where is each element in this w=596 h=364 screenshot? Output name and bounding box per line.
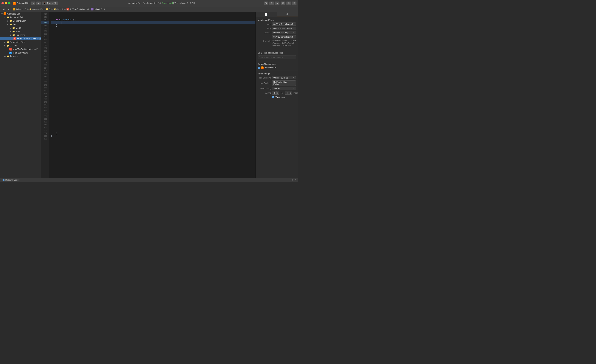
code-line-229 (51, 52, 255, 55)
code-review-btn[interactable]: { } (264, 1, 268, 5)
target-section-title: Target Membership (258, 63, 296, 65)
line-241: 241 (41, 87, 49, 89)
bc-func[interactable]: M animate() (91, 8, 102, 10)
sidebar-item-view[interactable]: ▶ 📁 View (0, 30, 41, 33)
type-dropdown-arrow: ▼ (293, 28, 295, 29)
bc-animated-set-1[interactable]: ⚡ Animated Set (13, 8, 28, 10)
code-line-239 (51, 81, 255, 84)
status-issues-btn[interactable]: ⚠ (291, 179, 293, 181)
sidebar-item-supporting[interactable]: ▶ 📁 Supporting Files (0, 40, 41, 44)
sidebar-item-setviewcontroller[interactable]: ▶ S SetViewController.swift M (0, 37, 41, 40)
insp-tab-file[interactable]: 📄 (256, 12, 277, 17)
insp-fullpath-label: Full Path (258, 40, 271, 42)
wrap-lines-label: Wrap lines (276, 96, 285, 98)
utilities-folder-icon: 📁 (6, 44, 9, 47)
line-230: 230 (41, 55, 49, 58)
insp-location-file-row: SetViewController.swift (258, 35, 296, 38)
bc-animated-set-2[interactable]: 📁 Animated Set (29, 8, 44, 10)
indent-stepper-down[interactable]: ▼ (289, 93, 292, 95)
setvc-swift-icon: S (13, 37, 16, 40)
sidebar-label-controller: Controller (16, 34, 25, 36)
code-line-241 (51, 87, 255, 89)
wrap-lines-checkbox[interactable]: ✓ (272, 96, 274, 98)
insp-location-input[interactable]: Relative to Group ▼ (272, 31, 296, 34)
layout-btn[interactable]: ⊞ (269, 1, 274, 5)
stop-button[interactable] (36, 1, 41, 5)
panel-right-btn[interactable]: ▤ (286, 1, 291, 5)
line-220: 220 (41, 27, 49, 30)
insp-lineendings-input[interactable]: No Explicit Line Endings ▼ (272, 80, 296, 86)
panel-left-btn[interactable]: ▣ (281, 1, 285, 5)
panel-bottom-btn[interactable]: ▥ (292, 1, 297, 5)
indent-width-label: Indent (293, 92, 298, 94)
sidebar-item-root[interactable]: ▶ ⚡ Animated Set (0, 12, 41, 16)
expand-arrow-products: ▶ (4, 55, 6, 57)
play-button[interactable] (31, 1, 36, 5)
traffic-lights (1, 2, 10, 4)
widths-row: 4 ▲ ▼ Tab 4 ▲ ▼ (272, 91, 298, 95)
sidebar-item-controller[interactable]: ▶ 📁 Controller (0, 33, 41, 37)
code-editor[interactable]: 215 216 217 218 219 220 221 222 223 224 … (41, 12, 255, 178)
bc-swift-file[interactable]: S SetViewController.swift (67, 8, 89, 10)
tab-width-stepper[interactable]: 4 ▲ ▼ (272, 91, 279, 95)
sidebar-item-model[interactable]: ▶ 📁 Model (0, 26, 41, 30)
minimize-button[interactable] (5, 2, 7, 4)
products-folder-icon: 📁 (6, 55, 9, 58)
line-219: 219 (41, 24, 49, 27)
code-line-247 (51, 103, 255, 106)
gifx-label: Made with Gifox (5, 179, 18, 181)
sidebar-item-concentration[interactable]: ▶ 📁 Concentration (0, 19, 41, 23)
view-folder-icon: 📁 (12, 30, 15, 33)
device-selector[interactable]: 📱 iPhone (3) (42, 1, 58, 5)
code-line-251 (51, 115, 255, 118)
close-button[interactable] (1, 2, 4, 4)
insp-location-file-value: SetViewController.swift (273, 36, 293, 38)
line-234: 234 (41, 67, 49, 69)
line-223: 223 (41, 36, 49, 38)
bc-nav-arrow[interactable]: ▼ (103, 7, 106, 11)
swift-icon-setvc: S (14, 37, 16, 40)
sidebar-item-maintabbar[interactable]: ▶ S MainTabBarController.swift (0, 47, 41, 51)
insp-tab-identity[interactable]: ⚙ (277, 12, 298, 17)
insp-indent-value: Spaces (273, 87, 280, 89)
bc-set[interactable]: 📁 Set (46, 8, 52, 10)
insp-name-input[interactable]: SetViewController.swift (272, 22, 296, 26)
code-line-238 (51, 78, 255, 81)
insp-location-file-input[interactable]: SetViewController.swift (272, 35, 296, 38)
code-lines[interactable]: func animate() { } (49, 12, 255, 178)
code-line-228 (51, 50, 255, 52)
sidebar-item-group[interactable]: ▶ 📁 Animated Set (0, 16, 41, 19)
nav-prev-btn[interactable]: ◀ (1, 7, 6, 11)
code-line-217: func animate() { (51, 18, 255, 21)
line-256: 256 (41, 129, 49, 132)
sidebar-item-set[interactable]: ▶ 📁 Set (0, 23, 41, 26)
insp-indent-input[interactable]: Spaces ▼ (272, 87, 296, 90)
nav-back-btn[interactable]: ⇄ (275, 1, 280, 5)
membership-checkbox[interactable]: ✓ (258, 67, 260, 69)
nav-next-btn[interactable]: ▶ (6, 7, 11, 11)
tab-stepper-btns: ▲ ▼ (276, 91, 279, 95)
maximize-button[interactable] (8, 2, 10, 4)
sidebar-item-products[interactable]: ▶ 📁 Products (0, 55, 41, 58)
indent-width-stepper[interactable]: 4 ▲ ▼ (285, 91, 292, 95)
tab-stepper-down[interactable]: ▼ (276, 93, 279, 95)
sidebar-item-utilities[interactable]: ▶ 📁 Utilities (0, 44, 41, 47)
code-line-257: } (51, 132, 255, 135)
line-254: 254 (41, 123, 49, 126)
bc-controller[interactable]: 📁 Controller (53, 8, 65, 10)
indent-stepper-up[interactable]: ▲ (289, 91, 292, 93)
insp-type-value: Default - Swift Source (273, 27, 292, 29)
insp-type-input[interactable]: Default - Swift Source ▼ (272, 27, 296, 30)
sidebar-item-mainstoryboard[interactable]: ▶ S Main.storyboard (0, 51, 41, 55)
expand-arrow-view: ▶ (9, 31, 12, 32)
inspector-identity-section: Identity and Type Name SetViewController… (256, 17, 298, 50)
status-filter-btn[interactable]: ⊟ (295, 179, 297, 181)
identity-section-title: Identity and Type (258, 19, 296, 21)
tab-stepper-up[interactable]: ▲ (276, 91, 279, 93)
expand-arrow-set: ▶ (7, 23, 9, 26)
concentration-folder-icon: 📁 (9, 20, 12, 22)
wrap-lines-row: ✓ Wrap lines (258, 96, 296, 98)
line-232: 232 (41, 61, 49, 64)
insp-encoding-input[interactable]: Unicode (UTF-8) ▼ (272, 76, 296, 79)
line-250: 250 (41, 112, 49, 115)
